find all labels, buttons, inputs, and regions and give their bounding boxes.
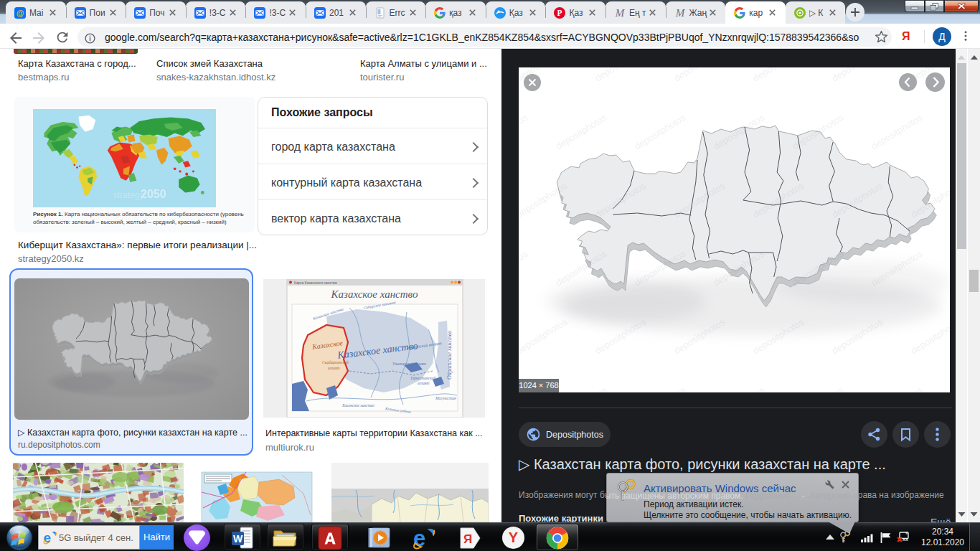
svg-text:depositphotos: depositphotos xyxy=(870,385,925,392)
svg-text:M: M xyxy=(674,7,685,19)
svg-text:depositphotos: depositphotos xyxy=(948,385,950,392)
svg-text:Ойратское ханство: Ойратское ханство xyxy=(446,331,453,380)
svg-text:Улытауский велаят: Улытауский велаят xyxy=(392,362,426,366)
svg-text:e: e xyxy=(43,530,51,545)
svg-text:depositphotos: depositphotos xyxy=(751,67,806,84)
svg-text:Я: Я xyxy=(463,532,472,546)
svg-text:strategy: strategy xyxy=(113,190,144,200)
svg-text:@: @ xyxy=(17,9,24,17)
svg-text:Могулистан: Могулистан xyxy=(435,396,456,400)
svg-text:depositphotos: depositphotos xyxy=(948,112,950,152)
svg-text:depositphotos: depositphotos xyxy=(791,385,846,392)
svg-text:depositphotos: depositphotos xyxy=(870,112,925,152)
svg-text:depositphotos: depositphotos xyxy=(830,67,885,84)
svg-text:Сырдарьинский: Сырдарьинский xyxy=(322,360,349,364)
svg-text:M: M xyxy=(615,7,626,19)
svg-text:depositphotos: depositphotos xyxy=(519,248,530,288)
svg-text:depositphotos: depositphotos xyxy=(554,112,609,152)
svg-text:depositphotos: depositphotos xyxy=(519,316,570,357)
svg-text:Туркестанский: Туркестанский xyxy=(410,376,436,380)
svg-text:Казахское ханство: Казахское ханство xyxy=(331,288,418,300)
svg-text:depositphotos: depositphotos xyxy=(909,316,950,357)
svg-text:W: W xyxy=(233,533,243,545)
svg-text:depositphotos: depositphotos xyxy=(712,385,767,392)
svg-text:depositphotos: depositphotos xyxy=(633,385,688,392)
svg-text:depositphotos: depositphotos xyxy=(633,112,688,152)
svg-text:Хивинское ханство: Хивинское ханство xyxy=(341,403,374,408)
svg-text:depositphotos: depositphotos xyxy=(519,112,530,152)
svg-text:велаят: велаят xyxy=(418,381,429,385)
svg-text:depositphotos: depositphotos xyxy=(672,67,727,84)
svg-text:depositphotos: depositphotos xyxy=(554,385,609,392)
svg-text:велаят: велаят xyxy=(328,366,339,370)
svg-text:Карта Казахского ханства: Карта Казахского ханства xyxy=(294,281,337,285)
svg-text:depositphotos: depositphotos xyxy=(593,67,649,84)
svg-text:P: P xyxy=(557,9,562,17)
svg-text:2050: 2050 xyxy=(141,188,166,200)
